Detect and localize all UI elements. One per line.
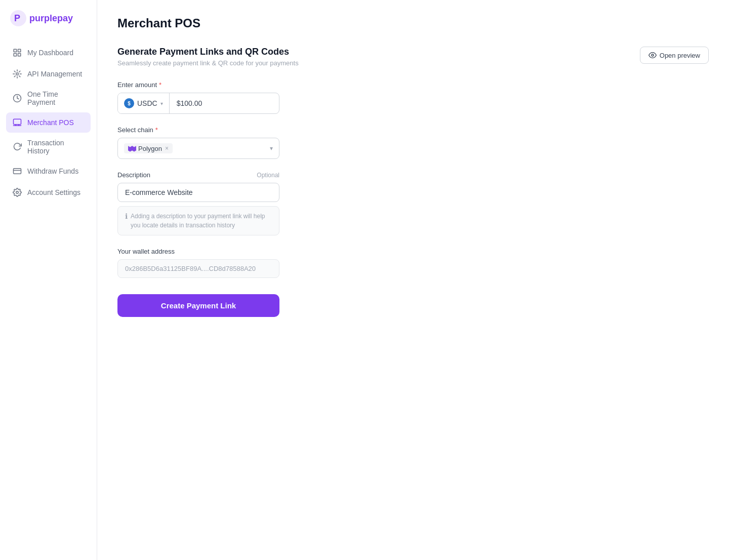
- sidebar-item-label-transaction-history: Transaction History: [27, 139, 85, 155]
- chain-tags: Polygon ×: [124, 143, 173, 153]
- sidebar-item-api[interactable]: API Management: [6, 64, 91, 84]
- pos-icon: [12, 117, 22, 128]
- section-title: Generate Payment Links and QR Codes: [117, 47, 299, 57]
- description-label: Description: [117, 171, 150, 179]
- sidebar-item-one-time[interactable]: One Time Payment: [6, 85, 91, 111]
- sidebar-item-account-settings[interactable]: Account Settings: [6, 182, 91, 203]
- settings-icon: [12, 187, 22, 197]
- svg-rect-4: [14, 54, 16, 56]
- chain-group: Select chain * Polygon × ▾: [117, 126, 709, 159]
- svg-point-6: [16, 73, 19, 75]
- hint-text: Adding a description to your payment lin…: [131, 212, 272, 230]
- svg-rect-2: [14, 49, 16, 52]
- chain-chevron-icon: ▾: [270, 145, 273, 152]
- description-label-row: Description Optional: [117, 171, 279, 179]
- chain-required: *: [155, 126, 158, 134]
- svg-rect-12: [14, 169, 21, 174]
- chain-selector[interactable]: Polygon × ▾: [117, 138, 279, 159]
- chain-tag-label: Polygon: [138, 145, 162, 152]
- eye-icon: [649, 51, 657, 59]
- currency-label: USDC: [137, 99, 157, 107]
- amount-input-wrapper: $ USDC ▾: [117, 93, 279, 114]
- amount-input[interactable]: [170, 94, 279, 112]
- usdc-icon: $: [124, 98, 134, 108]
- api-icon: [12, 69, 22, 79]
- chain-tag-polygon: Polygon ×: [124, 143, 173, 153]
- svg-point-14: [16, 191, 19, 194]
- sidebar-nav: My Dashboard API Management One Time Pay…: [0, 38, 97, 207]
- svg-text:P: P: [14, 13, 20, 23]
- description-group: Description Optional ℹ Adding a descript…: [117, 171, 709, 235]
- withdraw-icon: [12, 166, 22, 176]
- currency-chevron-icon: ▾: [160, 101, 163, 106]
- sidebar-item-label-merchant-pos: Merchant POS: [27, 118, 74, 127]
- description-hint: ℹ Adding a description to your payment l…: [117, 206, 279, 235]
- sidebar-item-label-api: API Management: [27, 70, 82, 78]
- polygon-icon: [128, 144, 136, 152]
- amount-required: *: [159, 81, 161, 89]
- logo-icon: P: [10, 10, 26, 26]
- page-title: Merchant POS: [117, 16, 709, 30]
- section-header: Generate Payment Links and QR Codes Seam…: [117, 47, 709, 67]
- sidebar-item-label-one-time: One Time Payment: [27, 90, 85, 106]
- info-icon: ℹ: [125, 212, 128, 220]
- description-input[interactable]: [117, 183, 279, 202]
- history-icon: [12, 142, 22, 152]
- payment-icon: [12, 93, 22, 103]
- svg-point-15: [652, 54, 654, 56]
- create-payment-link-button[interactable]: Create Payment Link: [117, 294, 279, 317]
- sidebar-item-label-dashboard: My Dashboard: [27, 49, 73, 57]
- sidebar-item-dashboard[interactable]: My Dashboard: [6, 43, 91, 63]
- main-content: Merchant POS Generate Payment Links and …: [97, 0, 729, 560]
- section-subtitle: Seamlessly create payment link & QR code…: [117, 59, 299, 67]
- sidebar-item-label-account-settings: Account Settings: [27, 188, 80, 196]
- wallet-input[interactable]: [117, 259, 279, 278]
- sidebar-item-transaction-history[interactable]: Transaction History: [6, 134, 91, 160]
- sidebar: P purplepay My Dashboard API Management: [0, 0, 97, 560]
- sidebar-item-label-withdraw: Withdraw Funds: [27, 167, 78, 175]
- logo-text: purplepay: [29, 13, 73, 24]
- open-preview-label: Open preview: [660, 52, 700, 59]
- sidebar-item-withdraw[interactable]: Withdraw Funds: [6, 161, 91, 181]
- currency-selector[interactable]: $ USDC ▾: [118, 93, 170, 113]
- optional-label: Optional: [257, 172, 279, 179]
- dashboard-icon: [12, 48, 22, 58]
- amount-group: Enter amount * $ USDC ▾: [117, 81, 709, 114]
- section-title-group: Generate Payment Links and QR Codes Seam…: [117, 47, 299, 67]
- svg-rect-5: [18, 54, 21, 56]
- svg-rect-8: [14, 119, 21, 125]
- sidebar-item-merchant-pos[interactable]: Merchant POS: [6, 112, 91, 133]
- open-preview-button[interactable]: Open preview: [640, 47, 709, 64]
- amount-label: Enter amount *: [117, 81, 709, 89]
- wallet-label: Your wallet address: [117, 248, 709, 255]
- chain-label: Select chain *: [117, 126, 709, 134]
- chain-tag-remove[interactable]: ×: [165, 145, 169, 152]
- svg-rect-3: [18, 49, 21, 52]
- wallet-group: Your wallet address: [117, 248, 709, 278]
- logo: P purplepay: [0, 0, 97, 38]
